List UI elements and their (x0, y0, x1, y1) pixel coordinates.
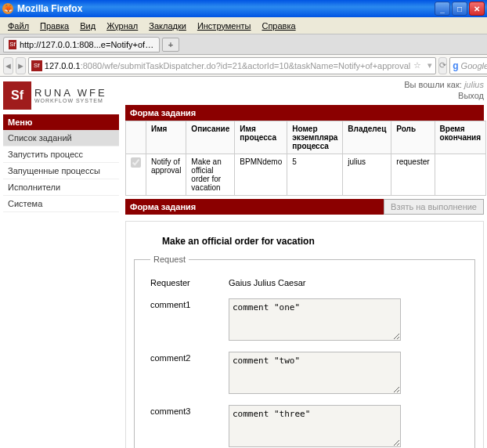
menu-file[interactable]: Файл (3, 20, 34, 32)
comment1-input[interactable] (229, 298, 401, 341)
cell-process: BPMNdemo (235, 154, 287, 196)
url-bar[interactable]: Sf 127.0.0.1 :8080/wfe/submitTaskDispatc… (28, 57, 436, 74)
logo-text-1: RUNA WFE (34, 88, 107, 98)
username: julius (464, 80, 484, 89)
forward-button[interactable]: ► (16, 57, 26, 74)
site-icon: Sf (9, 40, 16, 49)
search-bar[interactable]: g Google (449, 57, 487, 74)
table-header-row: Имя Описание Имя процесса Номер экземпля… (126, 121, 486, 154)
window-title: Mozilla Firefox (17, 3, 435, 14)
logo: Sf RUNA WFE WORKFLOW SYSTEM (3, 80, 119, 111)
menu-bookmarks[interactable]: Закладки (144, 20, 191, 32)
request-fieldset: Request Requester Gaius Julius Caesar co… (134, 255, 475, 448)
url-path: :8080/wfe/submitTaskDispatcher.do?id=21&… (81, 61, 411, 70)
menu-history[interactable]: Журнал (102, 20, 142, 32)
cell-deadline (435, 154, 486, 196)
search-placeholder: Google (461, 61, 487, 70)
fieldset-legend: Request (150, 255, 189, 264)
nav-toolbar: ◄ ► Sf 127.0.0.1 :8080/wfe/submitTaskDis… (0, 55, 487, 77)
cell-role: requester (391, 154, 435, 196)
sidebar-item-running[interactable]: Запущенные процессы (3, 163, 119, 179)
th-name: Имя (146, 121, 186, 154)
google-icon: g (453, 60, 458, 71)
user-line: Вы вошли как: julius (125, 80, 484, 89)
th-owner: Владелец (343, 121, 391, 154)
reload-button[interactable]: ⟳ (438, 57, 447, 74)
firefox-icon: 🦊 (2, 3, 13, 14)
new-tab-button[interactable]: + (162, 38, 179, 52)
sidebar-item-system[interactable]: Система (3, 196, 119, 212)
url-host: 127.0.0.1 (45, 61, 81, 70)
site-icon: Sf (31, 60, 42, 71)
maximize-button[interactable]: □ (452, 2, 467, 16)
cell-instance: 5 (287, 154, 343, 196)
close-button[interactable]: ✕ (469, 2, 485, 16)
requester-label: Requester (150, 276, 221, 287)
requester-value: Gaius Julius Caesar (229, 276, 305, 287)
cell-owner: julius (343, 154, 391, 196)
menu-header: Меню (3, 114, 119, 130)
tab-bar: Sf http://127.0.0.1:808...e=Notify+of+ap… (0, 34, 487, 55)
comment2-label: comment2 (150, 352, 221, 394)
bookmark-star-icon[interactable]: ☆ (410, 60, 424, 70)
cell-name: Notify of approval (146, 154, 186, 196)
task-form: Make an official order for vacation Requ… (125, 221, 484, 448)
sidebar-item-executors[interactable]: Исполнители (3, 179, 119, 196)
th-desc: Описание (186, 121, 235, 154)
browser-menubar: Файл Правка Вид Журнал Закладки Инструме… (0, 17, 487, 34)
comment3-input[interactable] (229, 405, 401, 447)
menu-tools[interactable]: Инструменты (193, 20, 256, 32)
minimize-button[interactable]: _ (435, 2, 450, 16)
comment2-input[interactable] (229, 352, 401, 394)
browser-tab[interactable]: Sf http://127.0.0.1:808...e=Notify+of+ap… (3, 37, 160, 52)
comment3-label: comment3 (150, 405, 221, 447)
tab-label: http://127.0.0.1:808...e=Notify+of+appro… (20, 40, 154, 49)
logo-icon: Sf (3, 81, 31, 110)
th-process: Имя процесса (235, 121, 287, 154)
table-row: Notify of approval Make an official orde… (126, 154, 486, 196)
menu-edit[interactable]: Правка (35, 20, 74, 32)
sidebar-item-start[interactable]: Запустить процесс (3, 146, 119, 163)
back-button[interactable]: ◄ (3, 57, 13, 74)
sidebar-item-tasks[interactable]: Список заданий (3, 130, 119, 146)
section-header-task: Форма задания (125, 105, 484, 121)
th-role: Роль (391, 121, 435, 154)
dropdown-icon[interactable]: ▾ (424, 60, 435, 70)
take-task-button[interactable]: Взять на выполнение (384, 199, 484, 215)
th-deadline: Время окончания (435, 121, 486, 154)
task-table: Имя Описание Имя процесса Номер экземпля… (125, 121, 486, 196)
window-titlebar: 🦊 Mozilla Firefox _ □ ✕ (0, 0, 487, 17)
cell-desc: Make an official order for vacation (186, 154, 235, 196)
logo-text-2: WORKFLOW SYSTEM (34, 98, 107, 103)
menu-view[interactable]: Вид (75, 20, 100, 32)
th-instance: Номер экземпляра процесса (287, 121, 343, 154)
comment1-label: comment1 (150, 298, 221, 341)
row-checkbox[interactable] (131, 157, 141, 168)
menu-help[interactable]: Справка (257, 20, 300, 32)
logout-link[interactable]: Выход (125, 91, 484, 100)
form-title: Make an official order for vacation (162, 236, 475, 247)
